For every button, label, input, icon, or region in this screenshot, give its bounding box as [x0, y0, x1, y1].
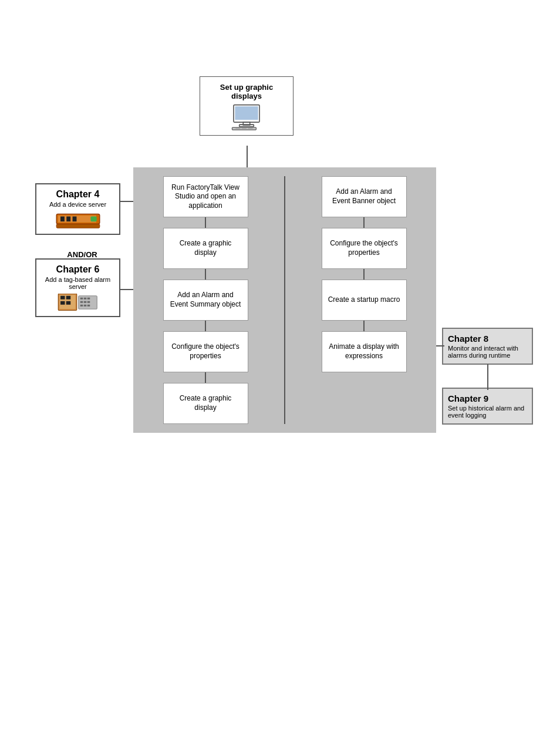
top-box-title: Set up graphic displays: [220, 83, 273, 100]
flow-box-4: Configure the object's properties: [163, 331, 248, 372]
svg-rect-12: [72, 217, 76, 222]
connector-2: [205, 269, 206, 280]
svg-rect-27: [87, 301, 90, 303]
chapter6-box: Chapter 6 Add a tag-based alarm server: [35, 258, 120, 317]
left-column: Run FactoryTalk View Studio and open an …: [139, 176, 272, 424]
connector-r2: [363, 269, 365, 280]
connector-4: [205, 372, 206, 383]
svg-rect-22: [80, 298, 83, 300]
svg-rect-1: [235, 106, 258, 120]
chapter6-subtitle: Add a tag-based alarm server: [41, 276, 114, 290]
flow-box-r1: Add an Alarm and Event Banner object: [322, 176, 407, 217]
computer-icon: [229, 104, 264, 130]
svg-rect-19: [60, 301, 65, 305]
svg-rect-30: [87, 305, 90, 307]
svg-rect-29: [83, 305, 86, 307]
chapter6-number: Chapter 6: [41, 264, 114, 275]
column-gap: [279, 176, 291, 424]
top-vertical-connector: [247, 146, 248, 169]
svg-rect-4: [232, 127, 256, 130]
svg-rect-14: [56, 224, 100, 228]
gray-panel: Run FactoryTalk View Studio and open an …: [133, 167, 436, 433]
center-vertical-line: [284, 176, 285, 424]
flow-box-r4: Animate a display with expressions: [322, 331, 407, 372]
flow-box-2: Create a graphic display: [163, 228, 248, 269]
left-connector-6: [120, 289, 133, 290]
svg-rect-10: [60, 217, 65, 222]
svg-rect-23: [83, 298, 86, 300]
flow-box-r3: Create a startup macro: [322, 280, 407, 321]
svg-rect-24: [87, 298, 90, 300]
chapter4-number: Chapter 4: [41, 189, 114, 200]
flow-box-5: Create a graphic display: [163, 383, 248, 424]
chapter9-box: Chapter 9 Set up historical alarm and ev…: [442, 388, 533, 425]
right-column: Add an Alarm and Event Banner object Con…: [298, 176, 430, 424]
connector-3: [205, 321, 206, 331]
svg-rect-20: [66, 301, 70, 305]
flow-box-r2: Configure the object's properties: [322, 228, 407, 269]
chapter8-box: Chapter 8 Monitor and interact with alar…: [442, 328, 533, 365]
svg-rect-28: [80, 305, 83, 307]
right-connector-v: [487, 364, 488, 390]
svg-rect-26: [83, 301, 86, 303]
device-server-icon: [55, 211, 102, 229]
chapter8-number: Chapter 8: [448, 334, 527, 344]
left-connector-4: [120, 201, 133, 202]
right-connector-8: [436, 345, 444, 346]
svg-rect-18: [66, 296, 70, 300]
chapter9-subtitle: Set up historical alarm and event loggin…: [448, 405, 527, 419]
alarm-server-icon: [55, 294, 102, 311]
svg-rect-25: [80, 301, 83, 303]
flow-box-1: Run FactoryTalk View Studio and open an …: [163, 176, 248, 217]
svg-rect-11: [66, 217, 70, 222]
and-or-label: AND/OR: [53, 250, 112, 259]
connector-1: [205, 217, 206, 228]
svg-rect-13: [90, 217, 96, 222]
connector-r1: [363, 217, 365, 228]
connector-r3: [363, 321, 365, 331]
svg-rect-17: [60, 296, 65, 300]
flow-box-3: Add an Alarm and Event Summary object: [163, 280, 248, 321]
top-setup-box: Set up graphic displays: [200, 76, 294, 136]
chapter4-subtitle: Add a device server: [41, 201, 114, 208]
chapter8-subtitle: Monitor and interact with alarms during …: [448, 345, 527, 359]
chapter9-number: Chapter 9: [448, 393, 527, 403]
chapter4-box: Chapter 4 Add a device server: [35, 183, 120, 235]
